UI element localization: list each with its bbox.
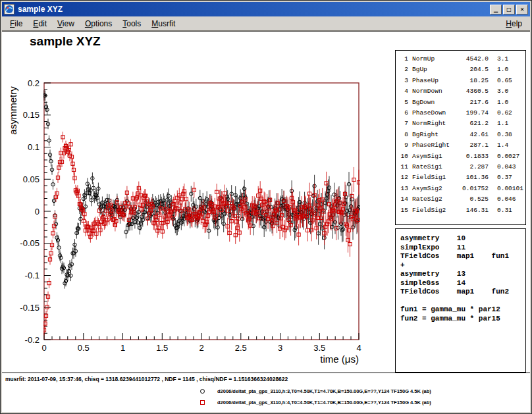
param-value: 199.74: [458, 108, 489, 118]
data-series-0: [42, 90, 360, 288]
param-value: 4360.5: [458, 86, 489, 97]
param-row-PhaseDown: 6PhaseDown199.740.62: [399, 108, 525, 118]
param-error: 0.62: [489, 108, 512, 118]
param-value: 0.1833: [458, 151, 489, 162]
param-error: 1.0: [489, 97, 508, 108]
fit-parameter-box: 1NormUp4542.03.12BgUp204.51.03PhaseUp18.…: [395, 50, 526, 225]
param-name: FieldSig2: [408, 205, 458, 216]
param-name: RateSig2: [408, 194, 458, 205]
theory-line-5: simpleGss 14: [400, 279, 525, 288]
param-value: 2.287: [458, 162, 489, 172]
param-row-NormDown: 4NormDown4360.53.0: [399, 86, 525, 97]
menu-item-file[interactable]: File: [5, 18, 28, 30]
maximize-button[interactable]: □: [503, 5, 515, 14]
menu-item-help[interactable]: Help: [500, 18, 527, 30]
param-name: AsymSig1: [408, 151, 458, 162]
param-row-AsymSig2: 13AsymSig20.017520.00101: [399, 184, 525, 194]
plot-title: sample XYZ: [30, 34, 101, 49]
param-error: 1.4: [489, 140, 508, 151]
menu-item-musrfit[interactable]: Musrfit: [146, 18, 180, 30]
menu-item-tools[interactable]: Tools: [117, 18, 146, 30]
legend-label: d2006/deltat_pta_gps_3110,h:4,T0=4.50K,T…: [217, 400, 431, 405]
param-row-AsymSig1: 10AsymSig10.18330.0027: [399, 151, 525, 162]
param-row-FieldSig2: 15FieldSig2146.310.31: [399, 205, 525, 216]
svg-text:4: 4: [356, 343, 361, 353]
theory-line-9: fun2 = gamma_mu * par15: [400, 315, 525, 324]
param-error: 0.00101: [489, 184, 523, 194]
title-bar[interactable]: sample XYZ ▁ □ ✕: [2, 2, 530, 16]
param-error: 0.043: [489, 162, 516, 172]
param-error: 1.0: [489, 65, 508, 75]
param-value: 146.31: [458, 205, 489, 216]
svg-text:0: 0: [35, 207, 40, 217]
svg-text:asymmetry: asymmetry: [7, 86, 18, 135]
param-error: 0.65: [489, 76, 512, 86]
theory-line-1: simplExpo 11: [400, 244, 525, 253]
param-no: 13: [399, 184, 408, 194]
svg-text:time (μs): time (μs): [320, 353, 359, 365]
theory-line-0: asymmetry 10: [400, 234, 525, 244]
param-error: 3.0: [489, 86, 508, 97]
param-row-NormUp: 1NormUp4542.03.1: [399, 54, 525, 65]
svg-text:0.2: 0.2: [28, 78, 40, 88]
theory-function-box: asymmetry 10simplExpo 11TFieldCos map1 f…: [395, 228, 526, 373]
svg-text:1.5: 1.5: [156, 343, 168, 353]
param-row-BgRight: 8BgRight42.610.38: [399, 130, 525, 140]
param-value: 101.36: [458, 172, 489, 183]
param-row-PhaseRight: 9PhaseRight287.11.4: [399, 140, 525, 151]
svg-text:-0.05: -0.05: [20, 238, 40, 248]
menu-item-options[interactable]: Options: [80, 18, 117, 30]
param-name: PhaseDown: [408, 108, 458, 118]
svg-text:1: 1: [120, 343, 125, 353]
param-name: NormDown: [408, 86, 458, 97]
theory-line-3: +: [400, 261, 525, 271]
param-row-RateSig1: 11RateSig12.2870.043: [399, 162, 525, 172]
param-name: NormUp: [408, 54, 458, 65]
param-value: 0.01752: [458, 184, 489, 194]
svg-text:0: 0: [41, 343, 46, 353]
app-window: sample XYZ ▁ □ ✕ FileEditViewOptionsTool…: [0, 0, 532, 414]
close-button[interactable]: ✕: [516, 5, 528, 14]
circle-marker-icon: [200, 389, 205, 394]
param-row-PhaseUp: 3PhaseUp18.250.65: [399, 76, 525, 86]
param-value: 204.5: [458, 65, 489, 75]
param-row-BgUp: 2BgUp204.51.0: [399, 65, 525, 75]
param-name: BgRight: [408, 130, 458, 140]
window-controls: ▁ □ ✕: [489, 5, 528, 14]
param-value: 217.6: [458, 97, 489, 108]
menu-item-view[interactable]: View: [52, 18, 80, 30]
param-no: 5: [399, 97, 408, 108]
menu-item-edit[interactable]: Edit: [28, 18, 52, 30]
param-no: 8: [399, 130, 408, 140]
svg-text:-0.1: -0.1: [25, 271, 40, 280]
asymmetry-vs-time-plot[interactable]: -0.2-0.15-0.1-0.0500.050.10.150.200.511.…: [2, 47, 396, 408]
menu-right: Help: [500, 18, 527, 30]
param-no: 14: [399, 194, 408, 205]
menu-left: FileEditViewOptionsToolsMusrfit: [5, 18, 180, 30]
legend-entry-0: d2006/deltat_pta_gps_3110,h:3,T0=4.50K,T…: [2, 386, 530, 398]
param-value: 621.2: [458, 118, 489, 129]
svg-text:3.5: 3.5: [313, 343, 325, 353]
legend-entry-1: d2006/deltat_pta_gps_3110,h:4,T0=4.50K,T…: [2, 398, 530, 409]
param-no: 1: [399, 54, 408, 65]
param-no: 9: [399, 140, 408, 151]
legend-label: d2006/deltat_pta_gps_3110,h:3,T0=4.50K,T…: [217, 388, 431, 394]
param-error: 1.1: [489, 118, 508, 129]
param-error: 0.0027: [489, 151, 519, 162]
param-value: 42.61: [458, 130, 489, 140]
param-no: 7: [399, 118, 408, 129]
param-no: 12: [399, 172, 408, 183]
param-no: 15: [399, 205, 408, 216]
param-no: 4: [399, 86, 408, 97]
minimize-button[interactable]: ▁: [490, 5, 502, 14]
param-error: 3.1: [489, 54, 508, 65]
square-marker-icon: [200, 400, 205, 405]
param-name: BgUp: [408, 65, 458, 75]
param-no: 3: [399, 76, 408, 86]
param-name: PhaseRight: [408, 140, 458, 151]
svg-text:3: 3: [278, 343, 282, 353]
svg-text:2: 2: [199, 343, 203, 353]
info-footer: musrfit: 2011-07-09, 15:37:46, chisq = 1…: [2, 373, 530, 412]
param-no: 6: [399, 108, 408, 118]
svg-text:-0.15: -0.15: [20, 303, 40, 313]
